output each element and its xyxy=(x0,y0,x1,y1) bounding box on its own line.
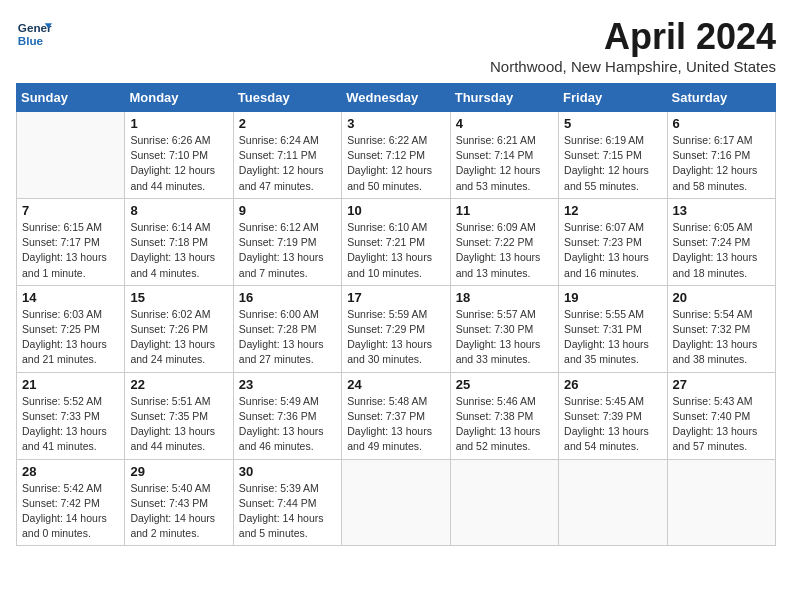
calendar-cell: 7Sunrise: 6:15 AMSunset: 7:17 PMDaylight… xyxy=(17,198,125,285)
calendar-week-row: 1Sunrise: 6:26 AMSunset: 7:10 PMDaylight… xyxy=(17,112,776,199)
logo-icon: General Blue xyxy=(16,16,52,52)
day-info: Sunrise: 5:54 AMSunset: 7:32 PMDaylight:… xyxy=(673,307,770,368)
day-number: 9 xyxy=(239,203,336,218)
calendar-cell: 6Sunrise: 6:17 AMSunset: 7:16 PMDaylight… xyxy=(667,112,775,199)
day-number: 11 xyxy=(456,203,553,218)
calendar-week-row: 21Sunrise: 5:52 AMSunset: 7:33 PMDayligh… xyxy=(17,372,776,459)
day-info: Sunrise: 6:24 AMSunset: 7:11 PMDaylight:… xyxy=(239,133,336,194)
day-number: 5 xyxy=(564,116,661,131)
day-number: 28 xyxy=(22,464,119,479)
day-number: 27 xyxy=(673,377,770,392)
calendar-week-row: 7Sunrise: 6:15 AMSunset: 7:17 PMDaylight… xyxy=(17,198,776,285)
calendar-cell: 13Sunrise: 6:05 AMSunset: 7:24 PMDayligh… xyxy=(667,198,775,285)
day-info: Sunrise: 6:00 AMSunset: 7:28 PMDaylight:… xyxy=(239,307,336,368)
day-number: 14 xyxy=(22,290,119,305)
day-info: Sunrise: 6:19 AMSunset: 7:15 PMDaylight:… xyxy=(564,133,661,194)
calendar-cell xyxy=(342,459,450,546)
calendar-cell: 20Sunrise: 5:54 AMSunset: 7:32 PMDayligh… xyxy=(667,285,775,372)
day-info: Sunrise: 6:02 AMSunset: 7:26 PMDaylight:… xyxy=(130,307,227,368)
day-info: Sunrise: 5:48 AMSunset: 7:37 PMDaylight:… xyxy=(347,394,444,455)
day-number: 8 xyxy=(130,203,227,218)
calendar-cell: 8Sunrise: 6:14 AMSunset: 7:18 PMDaylight… xyxy=(125,198,233,285)
calendar-cell: 24Sunrise: 5:48 AMSunset: 7:37 PMDayligh… xyxy=(342,372,450,459)
calendar-table: SundayMondayTuesdayWednesdayThursdayFrid… xyxy=(16,83,776,546)
calendar-cell xyxy=(667,459,775,546)
day-info: Sunrise: 5:42 AMSunset: 7:42 PMDaylight:… xyxy=(22,481,119,542)
day-number: 2 xyxy=(239,116,336,131)
day-info: Sunrise: 6:26 AMSunset: 7:10 PMDaylight:… xyxy=(130,133,227,194)
day-info: Sunrise: 5:51 AMSunset: 7:35 PMDaylight:… xyxy=(130,394,227,455)
logo: General Blue xyxy=(16,16,52,52)
day-number: 6 xyxy=(673,116,770,131)
day-info: Sunrise: 6:07 AMSunset: 7:23 PMDaylight:… xyxy=(564,220,661,281)
weekday-header-wednesday: Wednesday xyxy=(342,84,450,112)
day-number: 30 xyxy=(239,464,336,479)
calendar-cell xyxy=(17,112,125,199)
day-number: 18 xyxy=(456,290,553,305)
day-number: 4 xyxy=(456,116,553,131)
calendar-cell: 1Sunrise: 6:26 AMSunset: 7:10 PMDaylight… xyxy=(125,112,233,199)
header: General Blue April 2024 Northwood, New H… xyxy=(16,16,776,75)
day-number: 19 xyxy=(564,290,661,305)
day-info: Sunrise: 5:52 AMSunset: 7:33 PMDaylight:… xyxy=(22,394,119,455)
day-info: Sunrise: 6:12 AMSunset: 7:19 PMDaylight:… xyxy=(239,220,336,281)
day-number: 16 xyxy=(239,290,336,305)
weekday-header-row: SundayMondayTuesdayWednesdayThursdayFrid… xyxy=(17,84,776,112)
day-number: 17 xyxy=(347,290,444,305)
calendar-cell: 4Sunrise: 6:21 AMSunset: 7:14 PMDaylight… xyxy=(450,112,558,199)
day-number: 1 xyxy=(130,116,227,131)
day-number: 20 xyxy=(673,290,770,305)
calendar-cell: 29Sunrise: 5:40 AMSunset: 7:43 PMDayligh… xyxy=(125,459,233,546)
calendar-week-row: 14Sunrise: 6:03 AMSunset: 7:25 PMDayligh… xyxy=(17,285,776,372)
calendar-cell: 27Sunrise: 5:43 AMSunset: 7:40 PMDayligh… xyxy=(667,372,775,459)
day-info: Sunrise: 6:10 AMSunset: 7:21 PMDaylight:… xyxy=(347,220,444,281)
weekday-header-friday: Friday xyxy=(559,84,667,112)
calendar-cell: 23Sunrise: 5:49 AMSunset: 7:36 PMDayligh… xyxy=(233,372,341,459)
calendar-cell: 26Sunrise: 5:45 AMSunset: 7:39 PMDayligh… xyxy=(559,372,667,459)
day-info: Sunrise: 5:39 AMSunset: 7:44 PMDaylight:… xyxy=(239,481,336,542)
calendar-cell: 21Sunrise: 5:52 AMSunset: 7:33 PMDayligh… xyxy=(17,372,125,459)
day-number: 22 xyxy=(130,377,227,392)
day-number: 25 xyxy=(456,377,553,392)
day-info: Sunrise: 6:15 AMSunset: 7:17 PMDaylight:… xyxy=(22,220,119,281)
calendar-cell: 5Sunrise: 6:19 AMSunset: 7:15 PMDaylight… xyxy=(559,112,667,199)
calendar-cell: 17Sunrise: 5:59 AMSunset: 7:29 PMDayligh… xyxy=(342,285,450,372)
day-number: 12 xyxy=(564,203,661,218)
weekday-header-sunday: Sunday xyxy=(17,84,125,112)
calendar-cell: 28Sunrise: 5:42 AMSunset: 7:42 PMDayligh… xyxy=(17,459,125,546)
calendar-cell: 19Sunrise: 5:55 AMSunset: 7:31 PMDayligh… xyxy=(559,285,667,372)
day-number: 24 xyxy=(347,377,444,392)
calendar-cell: 2Sunrise: 6:24 AMSunset: 7:11 PMDaylight… xyxy=(233,112,341,199)
day-info: Sunrise: 6:05 AMSunset: 7:24 PMDaylight:… xyxy=(673,220,770,281)
calendar-cell: 12Sunrise: 6:07 AMSunset: 7:23 PMDayligh… xyxy=(559,198,667,285)
day-info: Sunrise: 5:57 AMSunset: 7:30 PMDaylight:… xyxy=(456,307,553,368)
day-number: 13 xyxy=(673,203,770,218)
day-info: Sunrise: 5:55 AMSunset: 7:31 PMDaylight:… xyxy=(564,307,661,368)
day-number: 15 xyxy=(130,290,227,305)
calendar-cell: 9Sunrise: 6:12 AMSunset: 7:19 PMDaylight… xyxy=(233,198,341,285)
location-title: Northwood, New Hampshire, United States xyxy=(490,58,776,75)
calendar-cell xyxy=(559,459,667,546)
day-number: 26 xyxy=(564,377,661,392)
day-number: 23 xyxy=(239,377,336,392)
day-info: Sunrise: 5:45 AMSunset: 7:39 PMDaylight:… xyxy=(564,394,661,455)
day-number: 3 xyxy=(347,116,444,131)
weekday-header-saturday: Saturday xyxy=(667,84,775,112)
weekday-header-tuesday: Tuesday xyxy=(233,84,341,112)
day-info: Sunrise: 6:14 AMSunset: 7:18 PMDaylight:… xyxy=(130,220,227,281)
calendar-cell: 30Sunrise: 5:39 AMSunset: 7:44 PMDayligh… xyxy=(233,459,341,546)
day-info: Sunrise: 5:59 AMSunset: 7:29 PMDaylight:… xyxy=(347,307,444,368)
svg-text:General: General xyxy=(18,21,52,34)
day-info: Sunrise: 6:17 AMSunset: 7:16 PMDaylight:… xyxy=(673,133,770,194)
calendar-cell: 25Sunrise: 5:46 AMSunset: 7:38 PMDayligh… xyxy=(450,372,558,459)
day-info: Sunrise: 6:21 AMSunset: 7:14 PMDaylight:… xyxy=(456,133,553,194)
weekday-header-monday: Monday xyxy=(125,84,233,112)
month-title: April 2024 xyxy=(490,16,776,58)
day-number: 10 xyxy=(347,203,444,218)
day-number: 29 xyxy=(130,464,227,479)
calendar-week-row: 28Sunrise: 5:42 AMSunset: 7:42 PMDayligh… xyxy=(17,459,776,546)
calendar-cell: 22Sunrise: 5:51 AMSunset: 7:35 PMDayligh… xyxy=(125,372,233,459)
calendar-cell: 3Sunrise: 6:22 AMSunset: 7:12 PMDaylight… xyxy=(342,112,450,199)
svg-text:Blue: Blue xyxy=(18,34,44,47)
day-info: Sunrise: 5:46 AMSunset: 7:38 PMDaylight:… xyxy=(456,394,553,455)
